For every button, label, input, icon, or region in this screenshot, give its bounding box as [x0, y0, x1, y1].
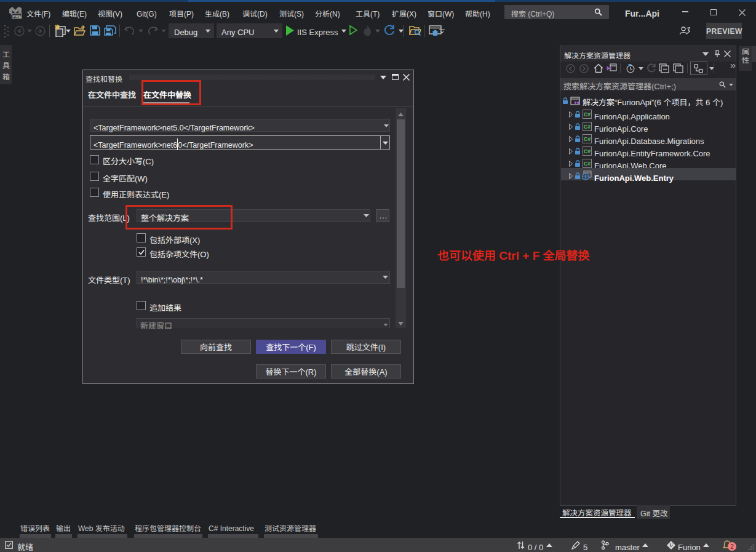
svg-text:C#: C# [584, 159, 591, 167]
svg-text:PRE: PRE [12, 13, 22, 19]
svg-text:C#: C# [584, 147, 591, 155]
svg-text:C#: C# [584, 110, 591, 118]
svg-text:C#: C# [584, 135, 591, 143]
svg-text:C#: C# [584, 122, 591, 130]
